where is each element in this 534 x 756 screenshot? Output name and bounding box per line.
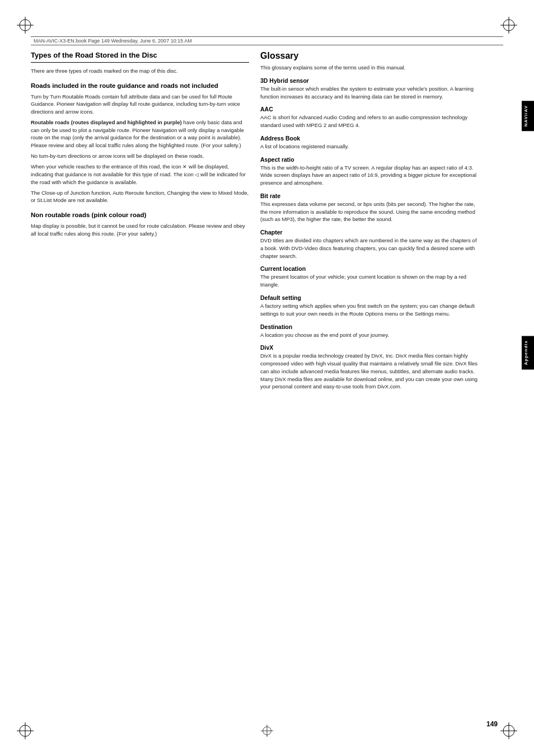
page-number: 149 bbox=[486, 720, 498, 728]
term-divx: DivX DivX is a popular media technology … bbox=[260, 344, 479, 391]
term-3d-hybrid: 3D Hybrid sensor The built-in sensor whi… bbox=[260, 77, 479, 101]
no-guidance-icon: ✕ bbox=[182, 163, 187, 171]
right-intro: This glossary explains some of the terms… bbox=[260, 64, 479, 72]
left-intro: There are three types of roads marked on… bbox=[31, 67, 249, 75]
term-aac: AAC AAC is short for Advanced Audio Codi… bbox=[260, 106, 479, 129]
term-aspect-ratio: Aspect ratio This is the width-to-height… bbox=[260, 156, 479, 187]
header-text: MAN-AVIC-X3-EN.book Page 149 Wednesday, … bbox=[34, 38, 192, 44]
content-area: Types of the Road Stored in the Disc The… bbox=[31, 51, 503, 391]
term-address-book: Address Book A list of locations registe… bbox=[260, 135, 479, 151]
left-column: Types of the Road Stored in the Disc The… bbox=[31, 51, 249, 391]
reg-mark-tl bbox=[17, 17, 34, 34]
page: NAVI/AV Appendix MAN-AVIC-X3-EN.book Pag… bbox=[0, 0, 534, 756]
appendix-tab: Appendix bbox=[522, 336, 534, 369]
term-current-location: Current location The present location of… bbox=[260, 265, 479, 289]
section-title-left: Types of the Road Stored in the Disc bbox=[31, 51, 249, 63]
header-bar: MAN-AVIC-X3-EN.book Page 149 Wednesday, … bbox=[31, 36, 503, 45]
term-chapter: Chapter DVD titles are divided into chap… bbox=[260, 229, 479, 260]
bottom-crosshair bbox=[261, 725, 273, 739]
section-title-right: Glossary bbox=[260, 51, 479, 61]
term-destination: Destination A location you choose as the… bbox=[260, 323, 479, 339]
term-default-setting: Default setting A factory setting which … bbox=[260, 294, 479, 318]
subsection1-body: Turn by Turn Routable Roads contain full… bbox=[31, 93, 249, 205]
navi-av-tab: NAVI/AV bbox=[522, 101, 534, 131]
right-column: Glossary This glossary explains some of … bbox=[260, 51, 479, 391]
reg-mark-tr bbox=[500, 17, 517, 34]
glossary-list: 3D Hybrid sensor The built-in sensor whi… bbox=[260, 77, 479, 391]
reg-mark-bl bbox=[17, 722, 34, 739]
reg-mark-br bbox=[500, 722, 517, 739]
subsection2-body: Map display is possible, but it cannot b… bbox=[31, 222, 249, 238]
routable-roads-bold: Routable roads (routes displayed and hig… bbox=[31, 119, 182, 125]
subsection2-title: Non routable roads (pink colour road) bbox=[31, 211, 249, 219]
term-bit-rate: Bit rate This expresses data volume per … bbox=[260, 192, 479, 223]
subsection1-title: Roads included in the route guidance and… bbox=[31, 82, 249, 90]
guidance-icon: ◁ bbox=[195, 171, 199, 179]
